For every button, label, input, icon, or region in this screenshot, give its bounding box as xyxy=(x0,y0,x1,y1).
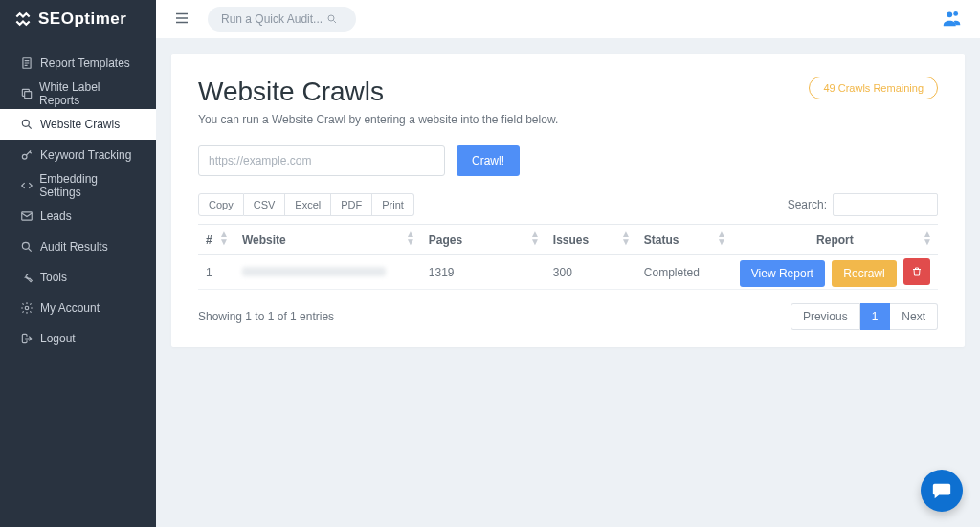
search-results-icon xyxy=(17,240,36,253)
sidebar: SEOptimer Report Templates White Label R… xyxy=(0,0,156,527)
crawl-button[interactable]: Crawl! xyxy=(457,145,520,176)
magnify-icon xyxy=(17,118,36,131)
svg-point-7 xyxy=(328,15,334,21)
col-status[interactable]: Status▲▼ xyxy=(636,225,732,255)
quick-audit-input[interactable] xyxy=(221,12,326,26)
logout-icon xyxy=(17,332,36,345)
copy-icon xyxy=(17,87,35,100)
menu-toggle-icon[interactable] xyxy=(173,10,190,30)
svg-rect-1 xyxy=(24,92,31,99)
export-print-button[interactable]: Print xyxy=(372,193,414,216)
col-num[interactable]: #▲▼ xyxy=(198,225,234,255)
sidebar-item-label: Leads xyxy=(40,209,72,223)
pager-prev[interactable]: Previous xyxy=(791,303,860,330)
table-row: 1 1319 300 Completed View Report Recrawl xyxy=(198,255,938,290)
col-pages[interactable]: Pages▲▼ xyxy=(421,225,546,255)
sidebar-item-keyword-tracking[interactable]: Keyword Tracking xyxy=(0,140,156,170)
sidebar-item-audit-results[interactable]: Audit Results xyxy=(0,231,156,262)
sidebar-item-tools[interactable]: Tools xyxy=(0,262,156,293)
export-pdf-button[interactable]: PDF xyxy=(331,193,372,216)
page-title: Website Crawls xyxy=(198,77,384,107)
svg-point-6 xyxy=(25,306,29,310)
cell-actions: View Report Recrawl xyxy=(732,255,938,290)
sidebar-item-my-account[interactable]: My Account xyxy=(0,293,156,323)
svg-point-3 xyxy=(22,154,27,159)
crawls-remaining-badge: 49 Crawls Remaining xyxy=(809,77,938,99)
export-csv-button[interactable]: CSV xyxy=(244,193,286,216)
sidebar-item-label: Keyword Tracking xyxy=(40,148,131,162)
sidebar-list: Report Templates White Label Reports Web… xyxy=(0,48,156,354)
sort-icon: ▲▼ xyxy=(530,231,540,246)
sidebar-item-white-label-reports[interactable]: White Label Reports xyxy=(0,78,156,109)
sort-icon: ▲▼ xyxy=(621,231,631,246)
mail-icon xyxy=(17,209,36,223)
brand-name: SEOptimer xyxy=(38,10,126,29)
sidebar-item-website-crawls[interactable]: Website Crawls xyxy=(0,109,156,140)
chat-icon xyxy=(931,480,952,501)
cell-issues: 300 xyxy=(546,255,636,290)
sidebar-item-label: Report Templates xyxy=(40,56,130,70)
search-icon xyxy=(326,13,338,25)
sidebar-item-label: Logout xyxy=(40,332,76,345)
crawls-table: #▲▼ Website▲▼ Pages▲▼ Issues▲▼ Status▲▼ … xyxy=(198,224,938,290)
pagination: Previous 1 Next xyxy=(791,303,938,330)
page-subtitle: You can run a Website Crawl by entering … xyxy=(198,113,938,126)
chat-launcher[interactable] xyxy=(921,470,963,512)
pager-next[interactable]: Next xyxy=(890,303,938,330)
content-area: Website Crawls 49 Crawls Remaining You c… xyxy=(156,38,980,527)
sidebar-item-report-templates[interactable]: Report Templates xyxy=(0,48,156,78)
sidebar-item-label: Audit Results xyxy=(40,240,108,253)
sidebar-item-label: Tools xyxy=(40,271,67,284)
cell-pages: 1319 xyxy=(421,255,546,290)
crawls-card: Website Crawls 49 Crawls Remaining You c… xyxy=(171,54,965,347)
svg-point-2 xyxy=(22,120,29,126)
sort-icon: ▲▼ xyxy=(717,231,726,246)
quick-audit-search[interactable] xyxy=(208,7,356,32)
export-copy-button[interactable]: Copy xyxy=(198,193,244,216)
logo-icon xyxy=(13,10,33,29)
sidebar-item-label: White Label Reports xyxy=(39,80,139,107)
table-search-input[interactable] xyxy=(833,193,938,216)
col-report[interactable]: Report▲▼ xyxy=(732,225,938,255)
svg-point-5 xyxy=(22,242,29,249)
crawl-url-input[interactable] xyxy=(198,145,445,176)
cell-status: Completed xyxy=(636,255,732,290)
delete-button[interactable] xyxy=(903,258,930,285)
table-info: Showing 1 to 1 of 1 entries xyxy=(198,310,334,323)
pager-page-1[interactable]: 1 xyxy=(860,303,891,330)
svg-point-9 xyxy=(953,11,958,16)
sidebar-item-leads[interactable]: Leads xyxy=(0,201,156,231)
svg-point-8 xyxy=(947,11,952,17)
sidebar-item-label: My Account xyxy=(40,301,100,315)
sidebar-item-embedding-settings[interactable]: Embedding Settings xyxy=(0,170,156,201)
sort-icon: ▲▼ xyxy=(219,231,229,246)
sidebar-item-label: Website Crawls xyxy=(40,118,120,131)
gear-icon xyxy=(17,301,36,315)
users-icon[interactable] xyxy=(942,8,963,32)
cell-num: 1 xyxy=(198,255,234,290)
cell-website xyxy=(234,255,421,290)
brand-logo[interactable]: SEOptimer xyxy=(0,0,156,38)
view-report-button[interactable]: View Report xyxy=(740,260,825,287)
col-website[interactable]: Website▲▼ xyxy=(234,225,421,255)
code-icon xyxy=(17,179,35,192)
export-button-group: Copy CSV Excel PDF Print xyxy=(198,193,414,216)
sidebar-item-label: Embedding Settings xyxy=(39,172,139,199)
document-icon xyxy=(17,56,36,70)
key-icon xyxy=(17,148,36,162)
sort-icon: ▲▼ xyxy=(406,231,415,246)
sort-icon: ▲▼ xyxy=(923,231,932,246)
trash-icon xyxy=(911,266,923,277)
table-search-label: Search: xyxy=(788,198,827,211)
topbar xyxy=(156,0,980,38)
wrench-icon xyxy=(17,271,36,284)
col-issues[interactable]: Issues▲▼ xyxy=(546,225,636,255)
export-excel-button[interactable]: Excel xyxy=(285,193,331,216)
recrawl-button[interactable]: Recrawl xyxy=(832,260,896,287)
sidebar-item-logout[interactable]: Logout xyxy=(0,323,156,354)
redacted-website xyxy=(242,267,386,276)
